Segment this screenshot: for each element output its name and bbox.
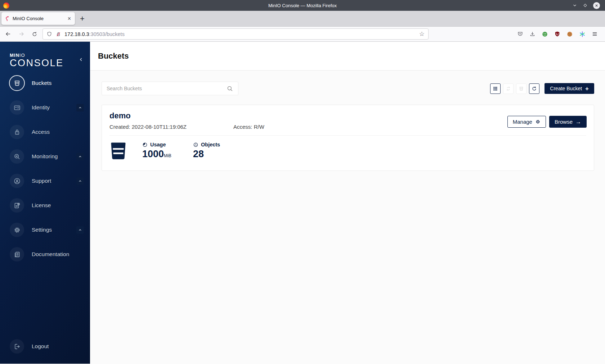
navigation-toolbar: 172.18.0.3:30503/buckets ☆ [0,27,605,42]
id-card-icon [10,100,24,115]
delete-buckets-button-disabled [516,83,526,94]
sidebar-item-access[interactable]: Access [0,120,90,144]
objects-icon [193,142,198,147]
bucket-card-demo[interactable]: demo Created: 2022-08-10T11:19:06Z Acces… [102,105,594,171]
tab-close-icon[interactable]: × [67,16,72,22]
window-maximize-icon[interactable] [583,3,588,8]
license-icon [10,198,24,213]
logout-icon [10,339,24,354]
gear-icon [10,223,24,237]
tab-favicon-flamingo-icon [5,16,10,22]
sidebar-item-identity[interactable]: Identity [0,95,90,120]
objects-value: 28 [193,149,231,159]
cookie-icon[interactable] [566,31,573,37]
sidebar-item-label: Documentation [32,251,69,258]
usage-label: Usage [150,142,166,147]
bucket-created: Created: 2022-08-10T11:19:06Z [109,124,233,130]
document-icon [10,247,24,261]
sidebar-item-label: Identity [32,104,50,111]
browse-button[interactable]: Browse → [549,116,587,128]
objects-label: Objects [201,142,220,147]
shield-icon[interactable] [46,31,52,37]
window-close-icon[interactable] [593,2,600,9]
chevron-up-icon[interactable] [76,104,84,112]
sidebar-item-label: Monitoring [32,153,58,160]
sidebar-item-label: Settings [32,227,52,233]
grid-view-button[interactable] [490,83,501,94]
sidebar-item-logout[interactable]: Logout [0,334,90,359]
page-title: Buckets [98,51,129,61]
card-divider [109,135,586,136]
usage-pie-icon [142,142,148,147]
sidebar-collapse-icon[interactable] [79,57,84,62]
chevron-up-icon[interactable] [76,226,84,234]
sidebar: MINIO CONSOLE Buckets Identity [0,42,90,364]
search-input[interactable] [107,86,227,91]
plus-icon: + [585,86,589,92]
objects-stat: Objects 28 [193,142,231,159]
bucket-access: Access: R/W [233,124,264,130]
sidebar-item-label: Logout [32,343,49,350]
page-header: Buckets [90,42,605,70]
menu-hamburger-icon[interactable] [592,31,598,37]
create-bucket-button[interactable]: Create Bucket + [544,83,594,94]
chevron-up-icon[interactable] [76,153,84,160]
sidebar-item-buckets[interactable]: Buckets [0,71,90,95]
reload-icon[interactable] [32,31,37,37]
usage-unit: MiB [164,153,171,158]
sidebar-item-support[interactable]: Support [0,169,90,193]
sidebar-item-label: Access [32,129,50,135]
forward-icon [18,31,24,37]
search-icon [227,85,233,92]
sidebar-item-documentation[interactable]: Documentation [0,242,90,267]
bucket-icon [9,75,25,91]
ublock-icon[interactable] [554,31,560,37]
monitor-search-icon [10,149,24,164]
tab-minio-console[interactable]: MinIO Console × [1,12,75,25]
window-titlebar: MinIO Console — Mozilla Firefox [0,0,605,11]
sidebar-item-label: License [32,202,51,209]
chevron-up-icon[interactable] [76,177,84,185]
sidebar-menu: Buckets Identity Access [0,71,90,267]
bucket-large-icon [109,142,127,160]
refresh-button[interactable] [529,83,539,94]
new-tab-button[interactable]: + [80,14,85,23]
manage-gear-icon [535,119,541,124]
rebalance-button-disabled [503,83,514,94]
lock-icon [10,125,24,139]
manage-button[interactable]: Manage [507,116,546,128]
sidebar-item-label: Support [32,178,51,184]
tab-bar: MinIO Console × + [0,11,605,27]
insecure-lock-icon[interactable] [55,31,61,37]
snowflake-icon[interactable] [579,31,586,37]
back-icon[interactable] [5,31,11,37]
minio-console-logo: MINIO CONSOLE [10,53,64,68]
sidebar-item-label: Buckets [32,80,51,86]
arrow-right-icon: → [575,119,581,125]
url-bar[interactable]: 172.18.0.3:30503/buckets ☆ [42,28,429,40]
usage-value: 1000 [142,149,164,159]
search-buckets-box[interactable] [102,82,238,95]
sidebar-item-monitoring[interactable]: Monitoring [0,144,90,169]
main-panel: Buckets [90,42,605,364]
download-icon[interactable] [529,31,535,37]
sidebar-item-license[interactable]: License [0,193,90,218]
sidebar-item-settings[interactable]: Settings [0,218,90,242]
pocket-icon[interactable] [517,31,523,37]
usage-stat: Usage 1000MiB [142,142,180,159]
tab-title: MinIO Console [13,16,67,21]
url-text: 172.18.0.3:30503/buckets [64,31,125,37]
privacy-badger-icon[interactable] [542,31,548,37]
bookmark-star-icon[interactable]: ☆ [419,31,425,37]
window-title: MinIO Console — Mozilla Firefox [0,3,605,8]
support-icon [10,174,24,188]
window-minimize-icon[interactable] [572,3,577,8]
